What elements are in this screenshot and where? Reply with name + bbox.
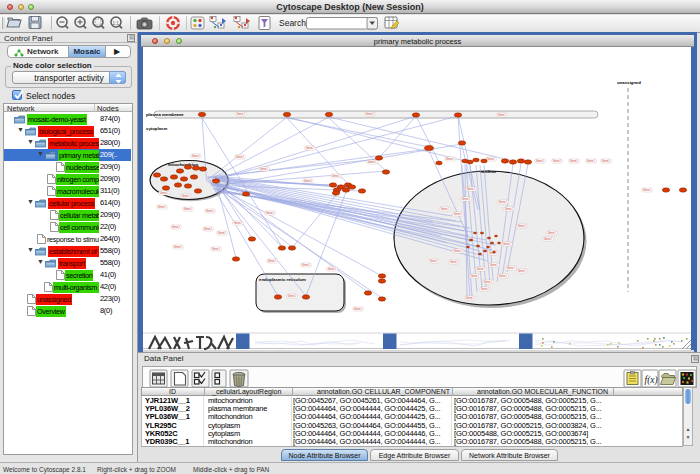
svg-text:Gene-l: Gene-l (182, 194, 190, 198)
svg-text:Gene-l: Gene-l (237, 112, 245, 116)
svg-text:Gene-l: Gene-l (446, 157, 454, 161)
svg-text:Gene-l: Gene-l (172, 225, 180, 229)
svg-text:nucleus: nucleus (480, 169, 497, 174)
svg-text:Gene-l: Gene-l (548, 231, 556, 235)
svg-text:Gene-l: Gene-l (570, 159, 578, 163)
svg-text:Gene-l: Gene-l (484, 280, 492, 284)
svg-text:cytoplasm: cytoplasm (146, 126, 167, 131)
svg-text:Gene-l: Gene-l (332, 174, 340, 178)
svg-text:Gene-l: Gene-l (430, 259, 438, 263)
svg-text:endoplasmic reticulum: endoplasmic reticulum (259, 277, 306, 282)
svg-text:Gene-l: Gene-l (471, 274, 479, 278)
svg-text:Gene-l: Gene-l (218, 231, 226, 235)
svg-text:Gene-l: Gene-l (505, 207, 513, 211)
svg-text:Gene-l: Gene-l (462, 197, 470, 201)
svg-text:Gene-l: Gene-l (204, 227, 212, 231)
svg-text:Gene-l: Gene-l (354, 307, 362, 311)
svg-text:Gene-l: Gene-l (368, 160, 376, 164)
svg-text:Gene-l: Gene-l (477, 267, 485, 271)
svg-text:Gene-l: Gene-l (454, 249, 462, 253)
svg-text:Search:: Search: (279, 18, 308, 28)
svg-text:Gene-l: Gene-l (587, 159, 595, 163)
svg-text:Gene-l: Gene-l (212, 247, 220, 251)
svg-text:Gene-l: Gene-l (490, 263, 498, 267)
svg-text:Gene-l: Gene-l (184, 207, 192, 211)
svg-text:Gene-l: Gene-l (302, 263, 310, 267)
svg-text:Gene-l: Gene-l (536, 159, 544, 163)
svg-text:plasma membrane: plasma membrane (146, 112, 184, 117)
svg-text:Gene-l: Gene-l (498, 113, 506, 117)
svg-text:Gene-l: Gene-l (553, 159, 561, 163)
svg-text:Gene-l: Gene-l (487, 157, 495, 161)
svg-text:Gene-l: Gene-l (160, 191, 168, 195)
svg-text:Gene-l: Gene-l (499, 274, 507, 278)
svg-text:Gene-l: Gene-l (288, 294, 296, 298)
svg-text:f(x): f(x) (645, 375, 658, 386)
svg-text:Gene-l: Gene-l (192, 154, 200, 158)
svg-text:Gene-l: Gene-l (466, 296, 474, 300)
svg-text:Gene-l: Gene-l (234, 221, 242, 225)
svg-text:unassigned: unassigned (617, 80, 641, 85)
svg-text:Gene-l: Gene-l (206, 209, 214, 213)
svg-text:Gene-l: Gene-l (518, 224, 526, 228)
svg-text:Gene-l: Gene-l (441, 207, 449, 211)
svg-text:Gene-l: Gene-l (158, 205, 166, 209)
svg-text:Gene-l: Gene-l (507, 266, 515, 270)
svg-text:Gene-l: Gene-l (260, 167, 268, 171)
svg-text:Gene-l: Gene-l (236, 155, 244, 159)
svg-text:Gene-l: Gene-l (366, 112, 374, 116)
svg-text:Gene-l: Gene-l (450, 260, 458, 264)
svg-text:Gene-l: Gene-l (266, 211, 274, 215)
svg-text:Gene-l: Gene-l (602, 159, 610, 163)
svg-text:Gene-l: Gene-l (499, 200, 507, 204)
svg-text:Gene-l: Gene-l (268, 259, 276, 263)
svg-text:Gene-l: Gene-l (454, 212, 462, 216)
svg-text:Gene-l: Gene-l (174, 245, 182, 249)
svg-text:Gene-l: Gene-l (328, 267, 336, 271)
svg-text:Gene-l: Gene-l (304, 179, 312, 183)
svg-text:Gene-l: Gene-l (481, 287, 489, 291)
svg-text:Gene-l: Gene-l (467, 187, 475, 191)
svg-text:Gene-l: Gene-l (643, 188, 651, 192)
svg-text:Gene-l: Gene-l (518, 269, 526, 273)
svg-text:Gene-l: Gene-l (306, 146, 314, 150)
svg-text:Gene-l: Gene-l (544, 237, 552, 241)
svg-text:Gene-l: Gene-l (503, 242, 511, 246)
